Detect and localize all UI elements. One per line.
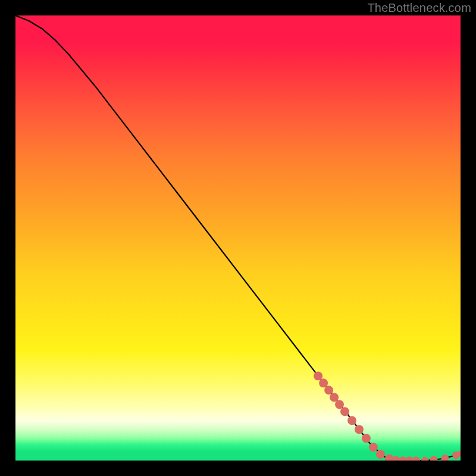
data-marker [355,425,364,434]
data-marker [430,456,438,461]
data-marker [314,371,322,380]
data-marker [330,393,339,402]
data-marker [412,456,419,461]
data-marker [340,407,349,416]
data-marker [376,450,385,459]
data-marker [335,400,344,409]
plot-frame [15,15,461,461]
chart-stage: TheBottleneck.com [0,0,476,476]
data-marker [369,443,378,452]
data-marker [319,378,328,387]
attribution-text: TheBottleneck.com [367,1,471,15]
data-marker [362,434,371,443]
data-marker [324,386,333,394]
data-marker [441,455,449,461]
chart-svg [15,15,461,461]
data-marker [421,457,429,461]
data-marker [347,416,356,425]
data-curve [15,15,461,461]
